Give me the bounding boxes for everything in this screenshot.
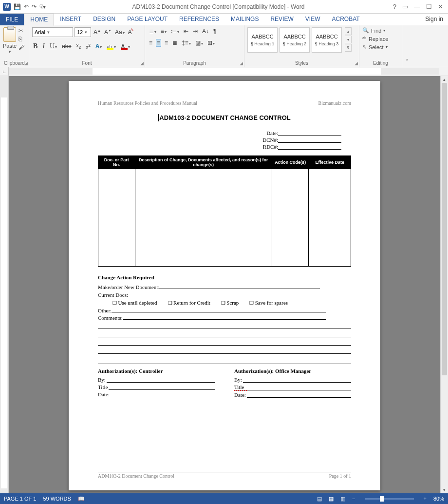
title-bar: W 💾 ↶ ↷ ☟▾ ADM103-2 Document Change Cont…: [0, 0, 448, 14]
scroll-up-icon[interactable]: ▴: [441, 76, 448, 83]
increase-indent-icon[interactable]: ⇥: [192, 27, 199, 35]
tab-mailings[interactable]: MAILINGS: [225, 14, 264, 25]
replace-button[interactable]: ᵃᵇReplace: [362, 36, 388, 42]
align-center-icon[interactable]: ≡: [156, 39, 161, 47]
change-case-icon[interactable]: Aa▾: [114, 28, 126, 36]
sign-in-link[interactable]: Sign in: [420, 14, 448, 25]
select-button[interactable]: ↖Select ▾: [362, 44, 388, 50]
highlight-color-icon[interactable]: ab▾: [106, 42, 117, 50]
sort-icon[interactable]: A↓: [201, 27, 210, 35]
numbering-icon[interactable]: ≡▾: [160, 27, 168, 35]
footer-left: ADM103-2 Document Change Control: [98, 473, 174, 479]
status-words[interactable]: 59 WORDS: [43, 496, 71, 502]
vertical-ruler[interactable]: [0, 76, 9, 493]
underline-button[interactable]: U▾: [49, 42, 58, 51]
show-marks-icon[interactable]: ¶: [212, 27, 217, 35]
paragraph-dialog-launcher-icon[interactable]: ◢: [240, 61, 243, 66]
scroll-down-icon[interactable]: ▾: [441, 486, 448, 493]
styles-expand-icon[interactable]: ⊽: [345, 44, 352, 52]
style-heading2[interactable]: AaBbCc ¶ Heading 2: [280, 27, 310, 53]
change-table: Doc. or Part No. Description of Change, …: [98, 155, 351, 267]
view-web-icon[interactable]: ▥: [340, 496, 345, 502]
minimize-icon[interactable]: —: [414, 3, 420, 10]
tab-references[interactable]: REFERENCES: [173, 14, 225, 25]
justify-icon[interactable]: ≣: [171, 39, 178, 47]
close-icon[interactable]: ✕: [438, 3, 443, 10]
align-left-icon[interactable]: ≡: [148, 39, 153, 47]
proofing-icon[interactable]: 📖: [78, 496, 85, 502]
tab-acrobat[interactable]: ACROBAT: [326, 14, 365, 25]
zoom-level[interactable]: 80%: [433, 496, 444, 502]
style-heading3[interactable]: AaBbCc ¶ Heading 3: [312, 27, 342, 53]
tab-home[interactable]: HOME: [24, 14, 54, 26]
font-size-combo[interactable]: 12▾: [75, 27, 91, 37]
superscript-button[interactable]: x2: [85, 42, 92, 50]
text-effects-icon[interactable]: A▾: [94, 42, 103, 50]
zoom-slider[interactable]: [365, 498, 414, 500]
align-right-icon[interactable]: ≡: [164, 39, 169, 47]
grow-font-icon[interactable]: A▲: [93, 28, 102, 36]
th-effective-date: Effective Date: [309, 156, 351, 169]
tab-design[interactable]: DESIGN: [87, 14, 121, 25]
format-painter-icon[interactable]: 🖌: [19, 44, 24, 51]
font-name-combo[interactable]: Arial▾: [32, 27, 73, 37]
styles-group-label: Styles: [247, 59, 356, 67]
tab-file[interactable]: FILE: [0, 14, 24, 25]
font-color-icon[interactable]: A▾: [120, 42, 131, 50]
horizontal-ruler[interactable]: ∟: [0, 67, 448, 76]
shrink-font-icon[interactable]: A▼: [103, 28, 112, 36]
tab-review[interactable]: REVIEW: [264, 14, 299, 25]
scrollbar-thumb[interactable]: [442, 83, 447, 375]
tab-view[interactable]: VIEW: [299, 14, 326, 25]
view-read-icon[interactable]: ▤: [317, 496, 322, 502]
shading-icon[interactable]: ▨▾: [194, 39, 204, 47]
multilevel-list-icon[interactable]: ≔▾: [170, 27, 180, 35]
change-action-section: Change Action Required Make/order New Do…: [98, 274, 351, 354]
group-font: Arial▾ 12▾ A▲ A▼ Aa▾ A✎ B I U▾ abc x2 x2…: [29, 25, 145, 67]
view-print-icon[interactable]: ▦: [329, 496, 334, 502]
styles-scroll-up-icon[interactable]: ▴: [345, 27, 352, 35]
clear-formatting-icon[interactable]: A✎: [127, 28, 133, 36]
bold-button[interactable]: B: [32, 42, 38, 51]
font-dialog-launcher-icon[interactable]: ◢: [140, 61, 144, 66]
zoom-out-icon[interactable]: −: [352, 496, 355, 502]
tab-page-layout[interactable]: PAGE LAYOUT: [121, 14, 173, 25]
touch-mode-icon[interactable]: ☟▾: [39, 3, 46, 10]
document-scroll[interactable]: Human Resources Policies and Procedures …: [9, 76, 440, 493]
maximize-icon[interactable]: ☐: [426, 3, 432, 10]
ribbon: Paste ▼ ✂ ⎘ 🖌 Clipboard ◢ Arial▾ 12▾ A▲ …: [0, 25, 448, 67]
collapse-ribbon-icon[interactable]: ˄: [402, 25, 412, 67]
auth-office-mgr-heading: Authorization(s): Office Manager: [234, 368, 351, 374]
vertical-scrollbar[interactable]: ▴ ▾: [440, 76, 448, 493]
copy-icon[interactable]: ⎘: [19, 36, 24, 42]
cut-icon[interactable]: ✂: [19, 27, 24, 34]
document-page[interactable]: Human Resources Policies and Procedures …: [69, 81, 380, 490]
styles-scroll-down-icon[interactable]: ▾: [345, 36, 352, 43]
save-icon[interactable]: 💾: [14, 3, 21, 10]
styles-dialog-launcher-icon[interactable]: ◢: [355, 61, 358, 66]
line-spacing-icon[interactable]: ‡≡▾: [181, 39, 192, 47]
strikethrough-button[interactable]: abc: [61, 42, 72, 50]
subscript-button[interactable]: x2: [75, 42, 82, 50]
decrease-indent-icon[interactable]: ⇤: [183, 27, 189, 35]
find-button[interactable]: 🔍Find ▾: [362, 27, 385, 34]
th-action-codes: Action Code(s): [272, 156, 309, 169]
undo-icon[interactable]: ↶: [24, 3, 29, 10]
clipboard-dialog-launcher-icon[interactable]: ◢: [24, 61, 28, 66]
th-description: Description of Change, Documents affecte…: [135, 156, 272, 169]
tab-insert[interactable]: INSERT: [54, 14, 87, 25]
paste-button[interactable]: Paste ▼: [3, 27, 17, 54]
zoom-in-icon[interactable]: +: [424, 496, 427, 502]
status-page[interactable]: PAGE 1 OF 1: [4, 496, 36, 502]
redo-icon[interactable]: ↷: [32, 3, 37, 10]
bullets-icon[interactable]: ≣▾: [148, 27, 157, 35]
italic-button[interactable]: I: [41, 42, 46, 51]
status-bar: PAGE 1 OF 1 59 WORDS 📖 ▤ ▦ ▥ − + 80%: [0, 493, 448, 504]
ribbon-display-icon[interactable]: ▭: [402, 3, 408, 10]
tab-selector-icon[interactable]: ∟: [0, 67, 9, 76]
borders-icon[interactable]: ⊞▾: [206, 39, 216, 47]
help-icon[interactable]: ?: [393, 3, 396, 10]
style-heading1[interactable]: AaBbCc ¶ Heading 1: [247, 27, 278, 53]
window-title: ADM103-2 Document Change Control [Compat…: [49, 3, 388, 10]
replace-icon: ᵃᵇ: [362, 36, 367, 42]
